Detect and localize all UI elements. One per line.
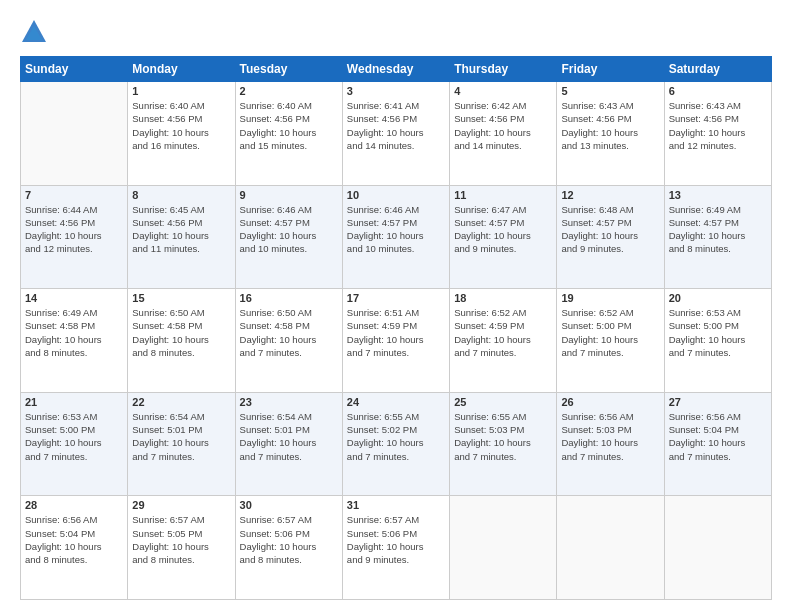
- day-info: Sunrise: 6:54 AM Sunset: 5:01 PM Dayligh…: [132, 410, 230, 463]
- day-info: Sunrise: 6:43 AM Sunset: 4:56 PM Dayligh…: [669, 99, 767, 152]
- day-info: Sunrise: 6:46 AM Sunset: 4:57 PM Dayligh…: [240, 203, 338, 256]
- calendar-cell: 21Sunrise: 6:53 AM Sunset: 5:00 PM Dayli…: [21, 392, 128, 496]
- day-info: Sunrise: 6:51 AM Sunset: 4:59 PM Dayligh…: [347, 306, 445, 359]
- day-info: Sunrise: 6:46 AM Sunset: 4:57 PM Dayligh…: [347, 203, 445, 256]
- day-number: 29: [132, 499, 230, 511]
- calendar-cell: 2Sunrise: 6:40 AM Sunset: 4:56 PM Daylig…: [235, 82, 342, 186]
- day-info: Sunrise: 6:48 AM Sunset: 4:57 PM Dayligh…: [561, 203, 659, 256]
- day-info: Sunrise: 6:40 AM Sunset: 4:56 PM Dayligh…: [132, 99, 230, 152]
- day-info: Sunrise: 6:57 AM Sunset: 5:05 PM Dayligh…: [132, 513, 230, 566]
- calendar-cell: 27Sunrise: 6:56 AM Sunset: 5:04 PM Dayli…: [664, 392, 771, 496]
- day-info: Sunrise: 6:42 AM Sunset: 4:56 PM Dayligh…: [454, 99, 552, 152]
- calendar-cell: 11Sunrise: 6:47 AM Sunset: 4:57 PM Dayli…: [450, 185, 557, 289]
- day-info: Sunrise: 6:44 AM Sunset: 4:56 PM Dayligh…: [25, 203, 123, 256]
- day-info: Sunrise: 6:55 AM Sunset: 5:03 PM Dayligh…: [454, 410, 552, 463]
- day-number: 21: [25, 396, 123, 408]
- logo: [20, 18, 52, 46]
- calendar-row-2: 7Sunrise: 6:44 AM Sunset: 4:56 PM Daylig…: [21, 185, 772, 289]
- day-number: 1: [132, 85, 230, 97]
- day-info: Sunrise: 6:49 AM Sunset: 4:58 PM Dayligh…: [25, 306, 123, 359]
- calendar-table: SundayMondayTuesdayWednesdayThursdayFrid…: [20, 56, 772, 600]
- day-number: 27: [669, 396, 767, 408]
- weekday-header-tuesday: Tuesday: [235, 57, 342, 82]
- calendar-cell: [557, 496, 664, 600]
- day-number: 30: [240, 499, 338, 511]
- calendar-cell: 10Sunrise: 6:46 AM Sunset: 4:57 PM Dayli…: [342, 185, 449, 289]
- calendar-cell: 23Sunrise: 6:54 AM Sunset: 5:01 PM Dayli…: [235, 392, 342, 496]
- day-info: Sunrise: 6:50 AM Sunset: 4:58 PM Dayligh…: [240, 306, 338, 359]
- day-number: 19: [561, 292, 659, 304]
- day-number: 18: [454, 292, 552, 304]
- calendar-row-4: 21Sunrise: 6:53 AM Sunset: 5:00 PM Dayli…: [21, 392, 772, 496]
- day-number: 9: [240, 189, 338, 201]
- day-number: 15: [132, 292, 230, 304]
- day-number: 16: [240, 292, 338, 304]
- calendar-cell: [21, 82, 128, 186]
- day-number: 26: [561, 396, 659, 408]
- day-number: 12: [561, 189, 659, 201]
- calendar-cell: [664, 496, 771, 600]
- day-number: 4: [454, 85, 552, 97]
- weekday-header-sunday: Sunday: [21, 57, 128, 82]
- day-info: Sunrise: 6:45 AM Sunset: 4:56 PM Dayligh…: [132, 203, 230, 256]
- day-number: 10: [347, 189, 445, 201]
- calendar-cell: 13Sunrise: 6:49 AM Sunset: 4:57 PM Dayli…: [664, 185, 771, 289]
- day-info: Sunrise: 6:53 AM Sunset: 5:00 PM Dayligh…: [669, 306, 767, 359]
- page: SundayMondayTuesdayWednesdayThursdayFrid…: [0, 0, 792, 612]
- logo-icon: [20, 18, 48, 46]
- day-info: Sunrise: 6:47 AM Sunset: 4:57 PM Dayligh…: [454, 203, 552, 256]
- day-info: Sunrise: 6:57 AM Sunset: 5:06 PM Dayligh…: [240, 513, 338, 566]
- calendar-cell: 24Sunrise: 6:55 AM Sunset: 5:02 PM Dayli…: [342, 392, 449, 496]
- day-info: Sunrise: 6:52 AM Sunset: 5:00 PM Dayligh…: [561, 306, 659, 359]
- weekday-header-saturday: Saturday: [664, 57, 771, 82]
- calendar-cell: 8Sunrise: 6:45 AM Sunset: 4:56 PM Daylig…: [128, 185, 235, 289]
- weekday-header-thursday: Thursday: [450, 57, 557, 82]
- calendar-row-5: 28Sunrise: 6:56 AM Sunset: 5:04 PM Dayli…: [21, 496, 772, 600]
- calendar-cell: 12Sunrise: 6:48 AM Sunset: 4:57 PM Dayli…: [557, 185, 664, 289]
- day-number: 23: [240, 396, 338, 408]
- day-number: 25: [454, 396, 552, 408]
- day-info: Sunrise: 6:41 AM Sunset: 4:56 PM Dayligh…: [347, 99, 445, 152]
- calendar-cell: 15Sunrise: 6:50 AM Sunset: 4:58 PM Dayli…: [128, 289, 235, 393]
- calendar-cell: 22Sunrise: 6:54 AM Sunset: 5:01 PM Dayli…: [128, 392, 235, 496]
- day-info: Sunrise: 6:40 AM Sunset: 4:56 PM Dayligh…: [240, 99, 338, 152]
- calendar-cell: 30Sunrise: 6:57 AM Sunset: 5:06 PM Dayli…: [235, 496, 342, 600]
- day-number: 8: [132, 189, 230, 201]
- calendar-cell: 5Sunrise: 6:43 AM Sunset: 4:56 PM Daylig…: [557, 82, 664, 186]
- day-info: Sunrise: 6:55 AM Sunset: 5:02 PM Dayligh…: [347, 410, 445, 463]
- calendar-cell: 17Sunrise: 6:51 AM Sunset: 4:59 PM Dayli…: [342, 289, 449, 393]
- calendar-cell: 31Sunrise: 6:57 AM Sunset: 5:06 PM Dayli…: [342, 496, 449, 600]
- day-number: 7: [25, 189, 123, 201]
- weekday-header-monday: Monday: [128, 57, 235, 82]
- day-info: Sunrise: 6:56 AM Sunset: 5:04 PM Dayligh…: [25, 513, 123, 566]
- weekday-header-wednesday: Wednesday: [342, 57, 449, 82]
- calendar-cell: 1Sunrise: 6:40 AM Sunset: 4:56 PM Daylig…: [128, 82, 235, 186]
- day-number: 2: [240, 85, 338, 97]
- day-info: Sunrise: 6:52 AM Sunset: 4:59 PM Dayligh…: [454, 306, 552, 359]
- calendar-cell: 6Sunrise: 6:43 AM Sunset: 4:56 PM Daylig…: [664, 82, 771, 186]
- day-number: 5: [561, 85, 659, 97]
- weekday-header-row: SundayMondayTuesdayWednesdayThursdayFrid…: [21, 57, 772, 82]
- calendar-cell: 16Sunrise: 6:50 AM Sunset: 4:58 PM Dayli…: [235, 289, 342, 393]
- weekday-header-friday: Friday: [557, 57, 664, 82]
- day-info: Sunrise: 6:50 AM Sunset: 4:58 PM Dayligh…: [132, 306, 230, 359]
- day-number: 11: [454, 189, 552, 201]
- calendar-cell: 20Sunrise: 6:53 AM Sunset: 5:00 PM Dayli…: [664, 289, 771, 393]
- day-info: Sunrise: 6:49 AM Sunset: 4:57 PM Dayligh…: [669, 203, 767, 256]
- calendar-cell: 4Sunrise: 6:42 AM Sunset: 4:56 PM Daylig…: [450, 82, 557, 186]
- day-number: 22: [132, 396, 230, 408]
- day-info: Sunrise: 6:56 AM Sunset: 5:03 PM Dayligh…: [561, 410, 659, 463]
- day-number: 28: [25, 499, 123, 511]
- day-number: 6: [669, 85, 767, 97]
- calendar-cell: 14Sunrise: 6:49 AM Sunset: 4:58 PM Dayli…: [21, 289, 128, 393]
- calendar-cell: 18Sunrise: 6:52 AM Sunset: 4:59 PM Dayli…: [450, 289, 557, 393]
- day-number: 20: [669, 292, 767, 304]
- header: [20, 18, 772, 46]
- calendar-cell: 9Sunrise: 6:46 AM Sunset: 4:57 PM Daylig…: [235, 185, 342, 289]
- day-number: 31: [347, 499, 445, 511]
- calendar-cell: 19Sunrise: 6:52 AM Sunset: 5:00 PM Dayli…: [557, 289, 664, 393]
- day-info: Sunrise: 6:53 AM Sunset: 5:00 PM Dayligh…: [25, 410, 123, 463]
- day-number: 13: [669, 189, 767, 201]
- calendar-cell: 25Sunrise: 6:55 AM Sunset: 5:03 PM Dayli…: [450, 392, 557, 496]
- calendar-cell: 7Sunrise: 6:44 AM Sunset: 4:56 PM Daylig…: [21, 185, 128, 289]
